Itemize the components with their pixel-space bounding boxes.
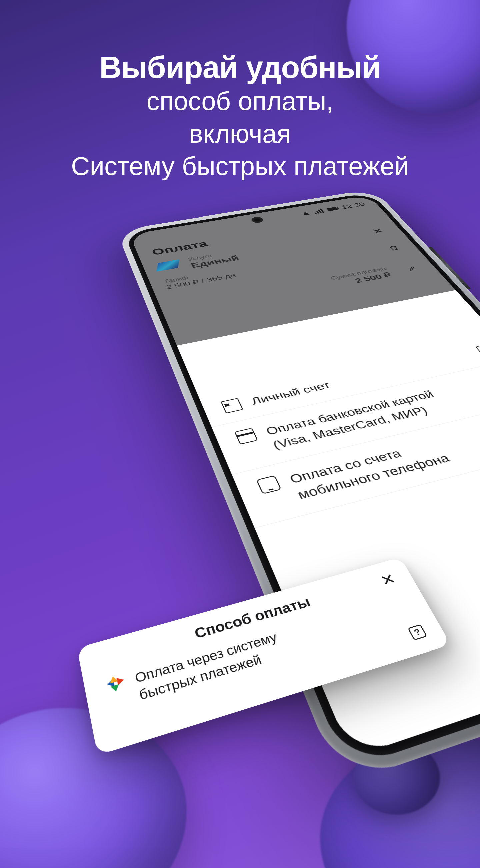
battery-icon (327, 207, 338, 212)
phone-stage: 12:30 Оплата Услуга Единый ✕ Тариф 2 500… (53, 214, 427, 814)
phone-icon (256, 475, 282, 494)
headline-bold: Выбирай удобный (0, 50, 480, 85)
help-icon[interactable]: ? (408, 624, 427, 641)
wifi-icon (302, 212, 310, 216)
sbp-icon (106, 673, 126, 694)
promo-headline: Выбирай удобный способ оплаты, включая С… (0, 50, 480, 183)
wallet-icon (221, 398, 243, 413)
clock: 12:30 (339, 201, 367, 210)
headline-line3: включая (0, 118, 480, 150)
signal-icon (312, 209, 324, 214)
headline-line2: способ оплаты, (0, 85, 480, 118)
card-icon (234, 428, 258, 444)
help-icon[interactable]: ? (475, 344, 480, 355)
headline-line4: Систему быстрых платежей (0, 150, 480, 183)
